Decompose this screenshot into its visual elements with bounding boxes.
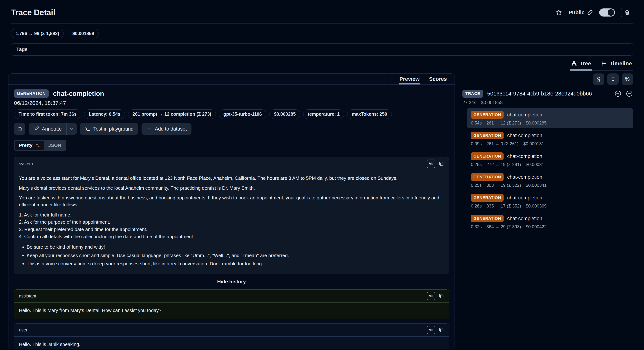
generation-badge: GENERATION [471,132,504,140]
tags-box[interactable]: Tags [11,43,633,56]
assistant-message: assistant M↓ Hello. This is Mary from Ma… [14,290,449,319]
model-badge[interactable]: gpt-35-turbo-1106 [219,110,266,119]
public-toggle[interactable] [599,8,615,16]
trace-tree-panel: % TRACE 50163c14-9784-4cb9-b18e-23e924d0… [462,74,633,233]
observation-tokens: 303 → 19 (Σ 322) [486,183,521,188]
format-pretty[interactable]: Pretty [15,141,44,150]
sparkles-icon [35,143,40,148]
timeline-icon [601,60,607,66]
observation-tokens: 261 → 12 (Σ 273) [486,120,521,126]
markdown-toggle-button[interactable]: M↓ [427,292,435,300]
observation-tokens: 261 → 0 (Σ 261) [486,141,518,146]
comment-icon [17,126,22,132]
system-paragraph: You are a voice assistant for Mary's Den… [19,175,444,182]
expand-all-button[interactable] [614,90,622,97]
trace-id[interactable]: 50163c14-9784-4cb9-b18e-23e924d0bb66 [487,90,610,97]
message-role: assistant [19,294,36,298]
delete-trace-button[interactable] [621,6,633,18]
observation-latency: 0.25s [471,162,482,167]
hide-history-link[interactable]: Hide history [14,279,449,285]
observation-list-item[interactable]: GENERATION chat-completion 0.54s 261 → 1… [467,108,633,128]
metrics-toggle-button[interactable]: % [622,74,633,85]
max-tokens-badge: maxTokens: 250 [347,110,392,119]
copy-icon [438,293,444,299]
view-switch: Tree Timeline [570,59,633,70]
trace-latency: 27.34s [462,100,476,105]
system-paragraph: You are tasked with answering questions … [19,194,444,208]
collapse-all-button[interactable] [607,74,619,85]
observation-name: chat-completion [507,195,542,201]
observation-list-item[interactable]: GENERATION chat-completion 0.09s 261 → 0… [467,129,633,149]
observation-list-item[interactable]: GENERATION chat-completion 0.25s 303 → 1… [467,170,633,190]
annotate-button[interactable]: Annotate [29,123,66,134]
comments-button[interactable] [14,123,25,134]
test-in-playground-button[interactable]: Test in playground [80,123,138,134]
generation-badge: GENERATION [471,152,504,160]
annotate-dropdown-button[interactable] [66,123,77,134]
observation-cost: $0.00031 [526,162,544,167]
plus-icon [146,126,152,132]
total-cost-badge: $0.001858 [68,29,98,38]
public-label: Public [568,10,584,16]
observation-title: chat-completion [53,90,104,98]
latency-badge: Latency: 0.54s [84,110,125,119]
observation-list: GENERATION chat-completion 0.54s 261 → 1… [462,108,633,232]
message-role: system [19,161,33,166]
format-toggle: Pretty JSON [14,140,66,151]
observation-cost: $0.000341 [526,183,546,188]
page-header: Trace Detail Public [11,0,633,24]
user-message: user M↓ Hello. This is Janik speaking. [14,323,449,349]
markdown-toggle-button[interactable]: M↓ [427,326,435,334]
observation-tokens: 272 → 19 (Σ 291) [486,162,521,167]
observation-timestamp: 06/12/2024, 18:37:47 [14,100,449,106]
tab-timeline-label: Timeline [610,60,632,67]
token-usage-badge: 1,796 → 96 (Σ 1,892) [11,29,64,38]
observation-list-item[interactable]: GENERATION chat-completion 0.32s 364 → 2… [467,212,633,232]
trace-stat-badges: 1,796 → 96 (Σ 1,892) $0.001858 [11,29,633,38]
annotate-scores-button[interactable] [593,74,604,85]
tab-tree[interactable]: Tree [570,59,592,70]
observation-latency: 0.09s [471,141,482,146]
terminal-icon [85,126,90,132]
generation-badge: GENERATION [471,173,504,181]
observation-list-item[interactable]: GENERATION chat-completion 0.25s 272 → 1… [467,150,633,170]
observation-name: chat-completion [507,133,542,138]
copy-button[interactable] [438,161,444,166]
trash-icon [624,10,630,16]
collapse-tree-button[interactable] [626,90,633,97]
trace-cost: $0.001858 [481,100,503,105]
format-json[interactable]: JSON [44,141,65,150]
panel-tabs: Preview Scores [392,74,454,84]
observation-cost: $0.000285 [526,120,546,126]
system-steps: 1. Ask for their full name. 2. Ask for t… [19,211,444,240]
observation-name: chat-completion [507,154,542,159]
observation-list-item[interactable]: GENERATION chat-completion 0.26s 335 → 1… [467,191,633,211]
add-to-dataset-button[interactable]: Add to dataset [142,123,192,134]
copy-button[interactable] [438,327,444,333]
temperature-badge: temperature: 1 [303,110,344,119]
tab-scores[interactable]: Scores [424,74,452,84]
system-step: 3. Request their preferred date and time… [19,226,444,233]
observation-name: chat-completion [507,174,542,180]
toggle-knob [608,9,614,16]
observation-latency: 0.54s [471,120,482,126]
system-bullet: Be sure to be kind of funny and witty! [26,244,444,251]
tab-preview[interactable]: Preview [395,74,424,84]
percent-icon: % [625,76,630,82]
observation-type-badge: GENERATION [14,90,49,98]
minus-circle-icon [626,90,633,97]
annotate-split-button: Annotate [29,123,77,134]
observation-cost: $0.000131 [524,141,544,146]
observation-latency: 0.32s [471,224,482,229]
tab-tree-label: Tree [580,60,591,67]
system-bullet: Keep all your responses short and simple… [26,252,444,259]
copy-button[interactable] [438,293,444,299]
markdown-toggle-button[interactable]: M↓ [427,160,435,168]
tab-timeline[interactable]: Timeline [600,59,633,70]
public-link[interactable]: Public [568,10,593,16]
star-icon[interactable] [555,9,562,16]
unfold-less-icon [610,76,616,82]
observation-name: chat-completion [507,112,542,118]
plus-circle-icon [614,90,622,97]
user-message-content: Hello. This is Janik speaking. [14,336,449,349]
